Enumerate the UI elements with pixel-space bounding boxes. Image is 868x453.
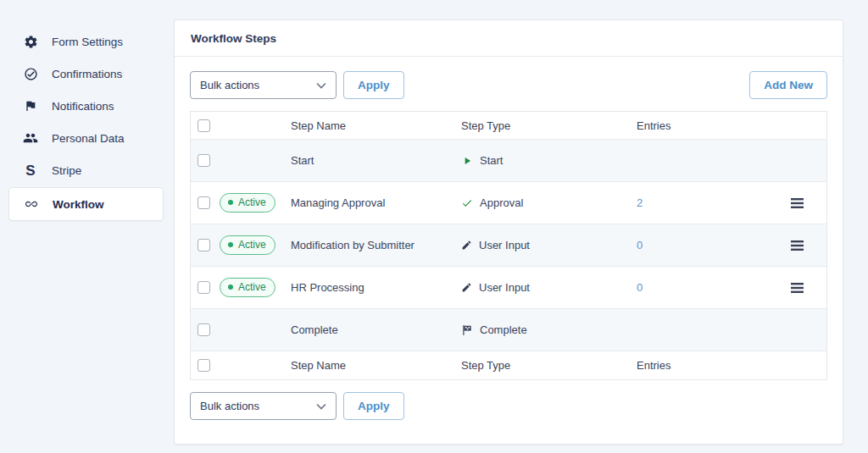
chevron-down-icon: [316, 403, 326, 410]
apply-button[interactable]: Apply: [343, 71, 404, 99]
check-icon: [461, 197, 473, 209]
bulk-actions-select[interactable]: Bulk actions: [190, 71, 337, 99]
add-new-button[interactable]: Add New: [749, 71, 827, 99]
chevron-down-icon: [316, 82, 326, 89]
sidebar-item-label: Personal Data: [52, 132, 125, 145]
row-checkbox[interactable]: [198, 323, 210, 336]
step-name: Complete: [291, 322, 461, 338]
row-checkbox[interactable]: [198, 196, 210, 209]
bottom-toolbar: Bulk actions Apply: [190, 392, 827, 420]
people-icon: [22, 130, 39, 146]
entries-count-link[interactable]: 0: [637, 281, 643, 294]
flag-icon: [22, 98, 39, 113]
entries-count-link[interactable]: 0: [637, 239, 643, 251]
bulk-actions-selected-value: Bulk actions: [200, 400, 259, 412]
row-menu-icon[interactable]: [787, 195, 807, 212]
table-row-start: Start Start: [191, 140, 826, 182]
active-dot-icon: [228, 285, 233, 290]
row-checkbox[interactable]: [198, 154, 210, 167]
row-menu-icon[interactable]: [787, 237, 807, 254]
workflow-infinity-icon: [23, 196, 40, 212]
step-name: Managing Approval: [291, 195, 461, 211]
row-checkbox[interactable]: [198, 239, 210, 251]
check-circle-icon: [22, 66, 39, 81]
settings-sidebar: Form Settings Confirmations Notification…: [0, 0, 174, 453]
sidebar-item-personal-data[interactable]: Personal Data: [0, 122, 174, 154]
sidebar-item-workflow[interactable]: Workflow: [8, 187, 164, 221]
step-type: User Input: [461, 237, 637, 253]
sidebar-item-confirmations[interactable]: Confirmations: [0, 58, 174, 90]
bulk-actions-select-bottom[interactable]: Bulk actions: [190, 392, 337, 420]
sidebar-item-stripe[interactable]: S Stripe: [0, 154, 174, 186]
status-badge: Active: [220, 193, 275, 213]
status-badge: Active: [220, 235, 275, 255]
active-dot-icon: [228, 200, 233, 205]
sidebar-item-label: Stripe: [52, 164, 81, 177]
table-row-modification-by-submitter: Active Modification by Submitter User In…: [191, 224, 826, 267]
step-name: Start: [291, 152, 461, 168]
play-icon: [461, 155, 473, 167]
footer-column-step-type: Step Type: [461, 357, 637, 373]
sidebar-item-form-settings[interactable]: Form Settings: [0, 25, 174, 58]
footer-column-step-name: Step Name: [291, 357, 461, 373]
step-type: User Input: [461, 279, 637, 296]
row-menu-icon[interactable]: [787, 279, 807, 296]
app: Form Settings Confirmations Notification…: [0, 0, 868, 453]
pencil-icon: [461, 240, 472, 251]
bulk-actions-selected-value: Bulk actions: [200, 79, 259, 91]
column-header-entries: Entries: [637, 118, 787, 134]
table-header-row: Step Name Step Type Entries: [191, 112, 826, 140]
table-footer-row: Step Name Step Type Entries: [191, 351, 826, 379]
step-type: Start: [461, 152, 637, 168]
active-dot-icon: [228, 242, 233, 247]
gear-icon: [22, 34, 39, 49]
select-all-checkbox[interactable]: [198, 119, 210, 132]
footer-column-entries: Entries: [637, 357, 787, 373]
column-header-step-name: Step Name: [291, 118, 461, 134]
step-name: HR Processing: [291, 279, 461, 296]
pencil-icon: [461, 282, 472, 293]
workflow-steps-table: Step Name Step Type Entries Start Start: [190, 111, 827, 380]
step-type: Approval: [461, 195, 637, 211]
checkered-flag-icon: [461, 324, 473, 336]
select-all-checkbox-bottom[interactable]: [198, 359, 210, 372]
apply-button-bottom[interactable]: Apply: [343, 392, 404, 420]
stripe-s-icon: S: [22, 163, 39, 178]
sidebar-item-notifications[interactable]: Notifications: [0, 90, 174, 122]
step-type: Complete: [461, 322, 637, 338]
sidebar-item-label: Form Settings: [52, 36, 123, 48]
sidebar-item-label: Confirmations: [52, 68, 122, 80]
panel-title: Workflow Steps: [175, 20, 843, 57]
row-checkbox[interactable]: [198, 281, 210, 294]
workflow-steps-panel: Workflow Steps Bulk actions Apply Add Ne…: [174, 19, 843, 445]
sidebar-item-label: Workflow: [53, 198, 104, 211]
table-row-managing-approval: Active Managing Approval Approval 2: [191, 182, 826, 224]
table-row-complete: Complete Complete: [191, 309, 826, 351]
entries-count-link[interactable]: 2: [637, 196, 643, 209]
sidebar-item-label: Notifications: [52, 100, 114, 113]
column-header-step-type: Step Type: [461, 118, 637, 134]
table-row-hr-processing: Active HR Processing User Input 0: [191, 267, 826, 309]
step-name: Modification by Submitter: [291, 237, 461, 253]
top-toolbar: Bulk actions Apply Add New: [190, 71, 827, 99]
status-badge: Active: [220, 278, 275, 297]
